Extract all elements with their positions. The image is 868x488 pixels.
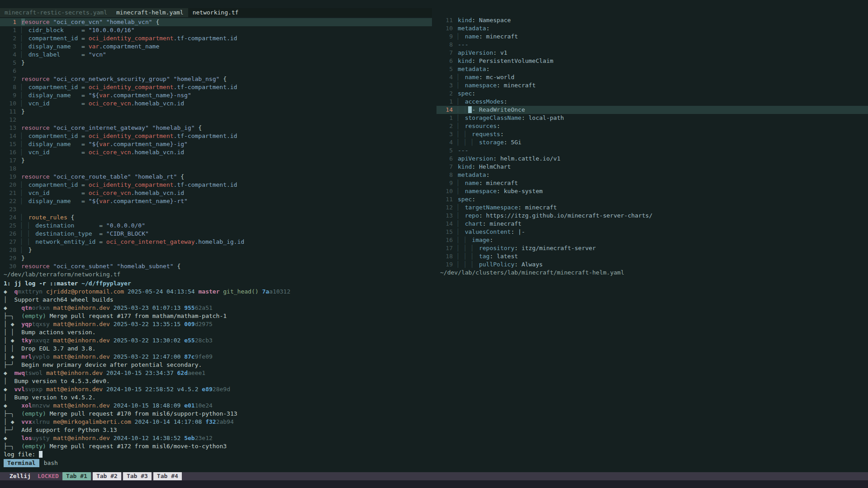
cursor-line[interactable]: 14▏ ▏ - ReadWriteOnce	[436, 106, 868, 114]
editor-pane-yaml[interactable]: 11kind: Namespace10metadata:9▏ name: min…	[436, 16, 868, 269]
buffer-tab-minecraft-helm.yaml[interactable]: minecraft-helm.yaml	[112, 8, 188, 17]
code-line[interactable]: 15▏ valuesContent: |-	[436, 228, 868, 236]
code-line[interactable]: 19▏ ▏ ▏ pullPolicy: Always	[436, 261, 868, 269]
code-line[interactable]: 1▏ storageClassName: local-path	[436, 114, 868, 122]
jj-log-line[interactable]: │ Bump version to v4.5.2.	[0, 393, 868, 402]
code-line[interactable]: 4▏ ▏ ▏ storage: 5Gi	[436, 138, 868, 147]
code-line[interactable]: 8▏ compartment_id = oci_identity_compart…	[0, 83, 432, 91]
code-line[interactable]: 18▏ ▏ ▏ tag: latest	[436, 252, 868, 261]
jj-log-line[interactable]: ├─╮ (empty) Merge pull request #170 from…	[0, 410, 868, 418]
code-line[interactable]: 2▏ resources:	[436, 122, 868, 130]
code-line[interactable]: 10▏ namespace: kube-system	[436, 187, 868, 195]
code-line[interactable]: 27▏ ▏ network_entity_id = oci_core_inter…	[0, 238, 432, 246]
code-line[interactable]: 1▏ cidr_block = "10.0.0.0/16"	[0, 26, 432, 34]
line-number: 10	[440, 187, 453, 195]
code-line[interactable]: 4▏ name: mc-world	[436, 73, 868, 81]
code-line[interactable]: 17▏ ▏ ▏ repository: itzg/minecraft-serve…	[436, 244, 868, 252]
code-line[interactable]: 2▏ compartment_id = oci_identity_compart…	[0, 34, 432, 43]
jj-log-line[interactable]: │ │ Bump actions version.	[0, 328, 868, 336]
code-line[interactable]: 2spec:	[436, 90, 868, 98]
code-line[interactable]: 7kind: HelmChart	[436, 163, 868, 171]
code-line[interactable]: 10metadata:	[436, 24, 868, 33]
zellij-tab-tab-3[interactable]: Tab #3	[123, 472, 152, 480]
line-number: 11	[440, 195, 453, 204]
code-line[interactable]: 1▏ accessModes:	[436, 98, 868, 106]
jj-log-line[interactable]: ├─╮ (empty) Merge pull request #177 from…	[0, 312, 868, 320]
jj-log-line[interactable]: ◆ qtnorkxn matt@einhorn.dev 2025-03-23 0…	[0, 304, 868, 312]
jj-log-line[interactable]: ◆ mwqtswol matt@einhorn.dev 2024-10-15 2…	[0, 369, 868, 377]
code-line[interactable]: 7apiVersion: v1	[436, 49, 868, 57]
jj-log-line[interactable]: │ ◆ mrlyvplo matt@einhorn.dev 2025-03-22…	[0, 353, 868, 361]
code-line[interactable]: 4▏ dns_label = "vcn"	[0, 51, 432, 59]
code-line[interactable]: 12	[0, 116, 432, 124]
code-line[interactable]: 5---	[436, 147, 868, 155]
code-line[interactable]: 14▏ chart: minecraft	[436, 220, 868, 228]
code-line[interactable]: 21▏ vcn_id = oci_core_vcn.homelab_vcn.id	[0, 189, 432, 197]
code-line[interactable]: 9▏ name: minecraft	[436, 33, 868, 41]
code-line[interactable]: 3▏ ▏ requests:	[436, 130, 868, 138]
jj-log-line[interactable]: ◆ qmxttryn cjriddz@protonmail.com 2025-0…	[0, 288, 868, 296]
jj-log-line[interactable]: │ │ Drop EOL 3.7 and 3.8.	[0, 345, 868, 353]
jj-log-line[interactable]: ├─╮ (empty) Merge pull request #172 from…	[0, 442, 868, 450]
zellij-tab-active-tab-1[interactable]: Tab #1	[62, 472, 91, 480]
code-line[interactable]: 11}	[0, 108, 432, 116]
code-line[interactable]: 23	[0, 205, 432, 213]
jj-log-line[interactable]: ├─╯ Begin new primary device after poten…	[0, 361, 868, 369]
code-line[interactable]: 13▏ repo: https://itzg.github.io/minecra…	[436, 212, 868, 220]
code-line[interactable]: 5metadata:	[436, 65, 868, 73]
code-line[interactable]: 9▏ display_name = "${var.compartment_nam…	[0, 91, 432, 99]
code-line[interactable]: 24▏ route_rules {	[0, 213, 432, 222]
code-line[interactable]: 20▏ compartment_id = oci_identity_compar…	[0, 181, 432, 189]
jj-log-output[interactable]: ◆ qmxttryn cjriddz@protonmail.com 2025-0…	[0, 288, 868, 450]
cursor-line[interactable]: 1resource "oci_core_vcn" "homelab_vcn" {	[0, 18, 432, 26]
jj-log-line[interactable]: │ Support aarch64 wheel builds	[0, 296, 868, 304]
code-line[interactable]: 19resource "oci_core_route_table" "homel…	[0, 173, 432, 181]
jj-log-line[interactable]: ◆ losuysty matt@einhorn.dev 2024-10-12 1…	[0, 434, 868, 442]
code-line[interactable]: 29}	[0, 254, 432, 262]
code-line[interactable]: 18	[0, 165, 432, 173]
line-number: 5	[440, 65, 453, 73]
editor-pane-terraform[interactable]: 1resource "oci_core_vcn" "homelab_vcn" {…	[0, 18, 432, 270]
jj-log-line[interactable]: │ ◆ yqptqxsy matt@einhorn.dev 2025-03-22…	[0, 320, 868, 328]
code-line[interactable]: 15▏ display_name = "${var.compartment_na…	[0, 140, 432, 148]
jj-log-line[interactable]: │ ◆ tkynxvqz matt@einhorn.dev 2025-03-22…	[0, 336, 868, 345]
code-line[interactable]: 9▏ name: minecraft	[436, 179, 868, 187]
code-line[interactable]: 17}	[0, 156, 432, 165]
code-line[interactable]: 26▏ ▏ destination_type = "CIDR_BLOCK"	[0, 230, 432, 238]
jj-log-line[interactable]: ├─╯ Add support for Python 3.13	[0, 426, 868, 434]
code-line[interactable]: 14▏ compartment_id = oci_identity_compar…	[0, 132, 432, 140]
zellij-tab-tab-4[interactable]: Tab #4	[153, 472, 182, 480]
jj-log-line[interactable]: │ ◆ vvxxlrnu me@mirkogalimberti.com 2024…	[0, 418, 868, 426]
code-line[interactable]: 6apiVersion: helm.cattle.io/v1	[436, 155, 868, 163]
code-line[interactable]: 10▏ vcn_id = oci_core_vcn.homelab_vcn.id	[0, 99, 432, 108]
code-line[interactable]: 3▏ display_name = var.compartment_name	[0, 43, 432, 51]
code-line[interactable]: 22▏ display_name = "${var.compartment_na…	[0, 197, 432, 205]
code-line[interactable]: 28▏ }	[0, 246, 432, 254]
code-line[interactable]: 11kind: Namespace	[436, 16, 868, 24]
code-line[interactable]: 16▏ ▏ image:	[436, 236, 868, 244]
line-number: 6	[4, 67, 16, 75]
code-line[interactable]: 13resource "oci_core_internet_gateway" "…	[0, 124, 432, 132]
buffer-tab-minecraft-restic-secrets.yaml[interactable]: minecraft-restic-secrets.yaml	[0, 8, 112, 17]
code-line[interactable]: 8metadata:	[436, 171, 868, 179]
line-number: 14	[440, 220, 453, 228]
buffer-tab-networking.tf[interactable]: networking.tf	[188, 8, 243, 17]
code-line[interactable]: 11spec:	[436, 195, 868, 204]
code-line[interactable]: 5}	[0, 59, 432, 67]
terminal-badge: Terminal	[4, 459, 39, 467]
code-line[interactable]: 8---	[436, 41, 868, 49]
code-line[interactable]: 12▏ targetNamespace: minecraft	[436, 204, 868, 212]
code-line[interactable]: 16▏ vcn_id = oci_core_vcn.homelab_vcn.id	[0, 148, 432, 156]
jj-log-line[interactable]: │ Bump version to 4.5.3.dev0.	[0, 377, 868, 385]
code-line[interactable]: 3▏ namespace: minecraft	[436, 81, 868, 90]
code-line[interactable]: 6kind: PersistentVolumeClaim	[436, 57, 868, 65]
zellij-tab-tab-2[interactable]: Tab #2	[93, 472, 121, 480]
code-line[interactable]: 25▏ ▏ destination = "0.0.0.0/0"	[0, 222, 432, 230]
jj-log-line[interactable]: ◆ xolmnzvw matt@einhorn.dev 2024-10-15 1…	[0, 402, 868, 410]
code-line[interactable]: 7resource "oci_core_network_security_gro…	[0, 75, 432, 83]
jj-log-line[interactable]: ◆ vvlsvpxp matt@einhorn.dev 2024-10-15 2…	[0, 385, 868, 393]
code-line[interactable]: 6	[0, 67, 432, 75]
zellij-logo-label: Zellij	[9, 472, 31, 480]
code-line[interactable]: 30resource "oci_core_subnet" "homelab_su…	[0, 262, 432, 270]
terminal-prompt-line[interactable]: log file:	[0, 450, 868, 459]
